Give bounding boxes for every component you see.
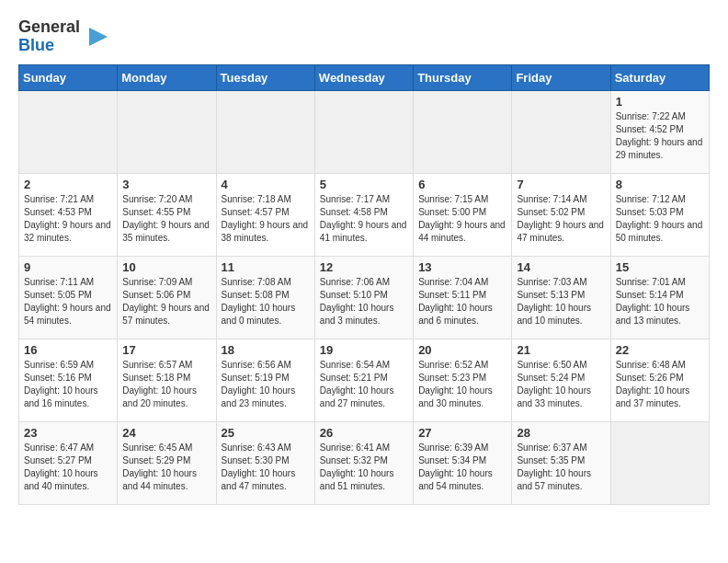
calendar-table: SundayMondayTuesdayWednesdayThursdayFrid… bbox=[18, 64, 710, 505]
day-info: Sunrise: 7:11 AM Sunset: 5:05 PM Dayligh… bbox=[24, 276, 112, 327]
day-info: Sunrise: 7:17 AM Sunset: 4:58 PM Dayligh… bbox=[320, 193, 408, 245]
weekday-saturday: Saturday bbox=[610, 64, 709, 90]
day-info: Sunrise: 6:54 AM Sunset: 5:21 PM Dayligh… bbox=[320, 359, 408, 410]
day-number: 10 bbox=[122, 260, 210, 274]
calendar-cell bbox=[512, 90, 610, 173]
day-info: Sunrise: 7:20 AM Sunset: 4:55 PM Dayligh… bbox=[122, 193, 210, 245]
calendar-cell: 11Sunrise: 7:08 AM Sunset: 5:08 PM Dayli… bbox=[216, 256, 314, 339]
day-info: Sunrise: 7:22 AM Sunset: 4:52 PM Dayligh… bbox=[616, 110, 704, 162]
day-info: Sunrise: 6:37 AM Sunset: 5:35 PM Dayligh… bbox=[517, 442, 605, 493]
calendar-cell: 6Sunrise: 7:15 AM Sunset: 5:00 PM Daylig… bbox=[414, 173, 512, 256]
calendar-cell: 26Sunrise: 6:41 AM Sunset: 5:32 PM Dayli… bbox=[314, 421, 413, 504]
day-number: 5 bbox=[320, 178, 408, 191]
calendar-cell bbox=[314, 90, 413, 173]
week-row-1: 1Sunrise: 7:22 AM Sunset: 4:52 PM Daylig… bbox=[19, 90, 710, 173]
day-info: Sunrise: 7:06 AM Sunset: 5:10 PM Dayligh… bbox=[320, 276, 408, 327]
calendar-cell: 19Sunrise: 6:54 AM Sunset: 5:21 PM Dayli… bbox=[314, 339, 413, 421]
calendar-cell: 25Sunrise: 6:43 AM Sunset: 5:30 PM Dayli… bbox=[216, 421, 314, 504]
calendar-cell: 13Sunrise: 7:04 AM Sunset: 5:11 PM Dayli… bbox=[414, 256, 512, 339]
day-number: 3 bbox=[122, 178, 210, 191]
day-info: Sunrise: 7:03 AM Sunset: 5:13 PM Dayligh… bbox=[517, 276, 605, 327]
day-number: 8 bbox=[616, 178, 704, 191]
calendar-cell: 22Sunrise: 6:48 AM Sunset: 5:26 PM Dayli… bbox=[610, 339, 709, 421]
day-info: Sunrise: 6:47 AM Sunset: 5:27 PM Dayligh… bbox=[24, 442, 112, 493]
day-info: Sunrise: 7:21 AM Sunset: 4:53 PM Dayligh… bbox=[24, 193, 112, 245]
day-info: Sunrise: 7:14 AM Sunset: 5:02 PM Dayligh… bbox=[517, 193, 605, 245]
calendar-cell bbox=[19, 90, 118, 173]
week-row-2: 2Sunrise: 7:21 AM Sunset: 4:53 PM Daylig… bbox=[19, 173, 710, 256]
logo-text: General Blue bbox=[18, 18, 80, 55]
calendar-cell: 2Sunrise: 7:21 AM Sunset: 4:53 PM Daylig… bbox=[19, 173, 118, 256]
calendar-cell bbox=[216, 90, 314, 173]
day-info: Sunrise: 6:52 AM Sunset: 5:23 PM Dayligh… bbox=[418, 359, 506, 410]
day-info: Sunrise: 6:41 AM Sunset: 5:32 PM Dayligh… bbox=[320, 442, 408, 493]
calendar-cell: 18Sunrise: 6:56 AM Sunset: 5:19 PM Dayli… bbox=[216, 339, 314, 421]
logo-general: General bbox=[18, 17, 80, 36]
calendar-cell: 7Sunrise: 7:14 AM Sunset: 5:02 PM Daylig… bbox=[512, 173, 610, 256]
calendar-cell: 15Sunrise: 7:01 AM Sunset: 5:14 PM Dayli… bbox=[610, 256, 709, 339]
day-info: Sunrise: 7:08 AM Sunset: 5:08 PM Dayligh… bbox=[222, 276, 310, 327]
day-number: 9 bbox=[24, 260, 112, 274]
day-info: Sunrise: 7:12 AM Sunset: 5:03 PM Dayligh… bbox=[616, 193, 704, 245]
day-number: 26 bbox=[320, 426, 408, 440]
day-info: Sunrise: 6:57 AM Sunset: 5:18 PM Dayligh… bbox=[122, 359, 210, 410]
calendar-cell: 23Sunrise: 6:47 AM Sunset: 5:27 PM Dayli… bbox=[19, 421, 118, 504]
calendar-cell: 5Sunrise: 7:17 AM Sunset: 4:58 PM Daylig… bbox=[314, 173, 413, 256]
calendar-cell: 27Sunrise: 6:39 AM Sunset: 5:34 PM Dayli… bbox=[414, 421, 512, 504]
day-info: Sunrise: 6:59 AM Sunset: 5:16 PM Dayligh… bbox=[24, 359, 112, 410]
calendar-cell: 10Sunrise: 7:09 AM Sunset: 5:06 PM Dayli… bbox=[118, 256, 216, 339]
day-number: 28 bbox=[517, 426, 605, 440]
calendar-cell: 16Sunrise: 6:59 AM Sunset: 5:16 PM Dayli… bbox=[19, 339, 118, 421]
day-number: 2 bbox=[24, 178, 112, 191]
day-number: 13 bbox=[418, 260, 506, 274]
day-info: Sunrise: 7:15 AM Sunset: 5:00 PM Dayligh… bbox=[418, 193, 506, 245]
day-info: Sunrise: 6:48 AM Sunset: 5:26 PM Dayligh… bbox=[616, 359, 704, 410]
weekday-thursday: Thursday bbox=[414, 64, 512, 90]
day-number: 24 bbox=[122, 426, 210, 440]
day-number: 17 bbox=[122, 343, 210, 357]
day-number: 1 bbox=[616, 95, 704, 109]
calendar-cell: 28Sunrise: 6:37 AM Sunset: 5:35 PM Dayli… bbox=[512, 421, 610, 504]
weekday-wednesday: Wednesday bbox=[314, 64, 413, 90]
calendar-cell: 8Sunrise: 7:12 AM Sunset: 5:03 PM Daylig… bbox=[610, 173, 709, 256]
page-header: General Blue bbox=[18, 18, 710, 55]
calendar-cell: 3Sunrise: 7:20 AM Sunset: 4:55 PM Daylig… bbox=[118, 173, 216, 256]
svg-marker-0 bbox=[89, 28, 108, 46]
day-info: Sunrise: 7:09 AM Sunset: 5:06 PM Dayligh… bbox=[122, 276, 210, 327]
day-info: Sunrise: 6:50 AM Sunset: 5:24 PM Dayligh… bbox=[517, 359, 605, 410]
day-info: Sunrise: 6:56 AM Sunset: 5:19 PM Dayligh… bbox=[222, 359, 310, 410]
day-number: 7 bbox=[517, 178, 605, 191]
day-info: Sunrise: 7:01 AM Sunset: 5:14 PM Dayligh… bbox=[616, 276, 704, 327]
day-number: 27 bbox=[418, 426, 506, 440]
day-number: 23 bbox=[24, 426, 112, 440]
week-row-5: 23Sunrise: 6:47 AM Sunset: 5:27 PM Dayli… bbox=[19, 421, 710, 504]
day-number: 18 bbox=[222, 343, 310, 357]
day-number: 25 bbox=[222, 426, 310, 440]
logo-icon bbox=[85, 24, 111, 50]
day-info: Sunrise: 6:45 AM Sunset: 5:29 PM Dayligh… bbox=[122, 442, 210, 493]
calendar-cell: 1Sunrise: 7:22 AM Sunset: 4:52 PM Daylig… bbox=[610, 90, 709, 173]
week-row-3: 9Sunrise: 7:11 AM Sunset: 5:05 PM Daylig… bbox=[19, 256, 710, 339]
weekday-tuesday: Tuesday bbox=[216, 64, 314, 90]
day-info: Sunrise: 6:43 AM Sunset: 5:30 PM Dayligh… bbox=[222, 442, 310, 493]
calendar-cell: 20Sunrise: 6:52 AM Sunset: 5:23 PM Dayli… bbox=[414, 339, 512, 421]
day-number: 16 bbox=[24, 343, 112, 357]
calendar-cell bbox=[414, 90, 512, 173]
calendar-cell: 12Sunrise: 7:06 AM Sunset: 5:10 PM Dayli… bbox=[314, 256, 413, 339]
logo: General Blue bbox=[18, 18, 111, 55]
day-number: 14 bbox=[517, 260, 605, 274]
day-info: Sunrise: 7:04 AM Sunset: 5:11 PM Dayligh… bbox=[418, 276, 506, 327]
weekday-header-row: SundayMondayTuesdayWednesdayThursdayFrid… bbox=[19, 64, 710, 90]
calendar-cell bbox=[118, 90, 216, 173]
calendar-cell bbox=[610, 421, 709, 504]
day-number: 6 bbox=[418, 178, 506, 191]
logo-blue: Blue bbox=[18, 36, 54, 54]
day-number: 21 bbox=[517, 343, 605, 357]
week-row-4: 16Sunrise: 6:59 AM Sunset: 5:16 PM Dayli… bbox=[19, 339, 710, 421]
calendar-cell: 14Sunrise: 7:03 AM Sunset: 5:13 PM Dayli… bbox=[512, 256, 610, 339]
calendar-cell: 21Sunrise: 6:50 AM Sunset: 5:24 PM Dayli… bbox=[512, 339, 610, 421]
day-number: 4 bbox=[222, 178, 310, 191]
day-number: 12 bbox=[320, 260, 408, 274]
day-number: 15 bbox=[616, 260, 704, 274]
calendar-cell: 24Sunrise: 6:45 AM Sunset: 5:29 PM Dayli… bbox=[118, 421, 216, 504]
